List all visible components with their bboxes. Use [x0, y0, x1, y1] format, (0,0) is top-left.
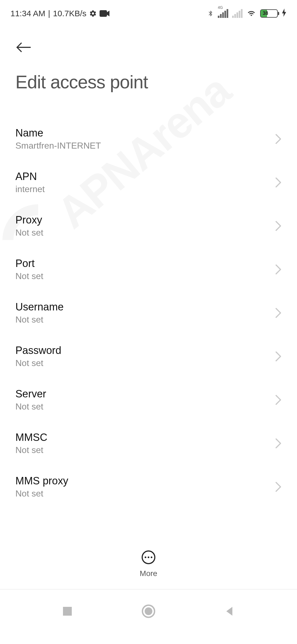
setting-value: Not set [15, 358, 275, 368]
setting-item-name[interactable]: Name Smartfren-INTERNET [15, 117, 282, 161]
setting-value: Not set [15, 271, 275, 281]
chevron-right-icon [275, 351, 282, 362]
chevron-right-icon [275, 307, 282, 318]
back-button[interactable] [15, 39, 31, 56]
signal-strength-1: 4G [218, 9, 228, 18]
setting-label: Port [15, 258, 275, 269]
settings-list: Name Smartfren-INTERNET APN internet Pro… [0, 117, 297, 509]
status-time: 11:34 AM [10, 9, 45, 18]
nav-home-button[interactable] [142, 604, 155, 618]
setting-label: Proxy [15, 214, 275, 226]
status-separator: | [48, 9, 50, 18]
chevron-right-icon [275, 264, 282, 275]
setting-label: Server [15, 388, 275, 400]
more-button[interactable]: More [0, 550, 297, 578]
setting-item-mms-proxy[interactable]: MMS proxy Not set [15, 465, 282, 509]
chevron-right-icon [275, 133, 282, 144]
gear-icon [89, 10, 97, 17]
setting-label: APN [15, 171, 275, 182]
setting-item-port[interactable]: Port Not set [15, 248, 282, 291]
setting-value: Smartfren-INTERNET [15, 141, 275, 151]
battery-percent: 38 [263, 10, 268, 16]
charging-icon [282, 9, 287, 19]
network-type-label: 4G [218, 5, 223, 10]
more-icon [142, 550, 155, 564]
navigation-bar [0, 589, 297, 644]
camera-icon [100, 10, 109, 17]
setting-value: Not set [15, 445, 275, 455]
setting-item-proxy[interactable]: Proxy Not set [15, 204, 282, 248]
more-label: More [140, 569, 157, 578]
setting-label: MMSC [15, 432, 275, 443]
setting-label: Name [15, 127, 275, 139]
setting-item-mmsc[interactable]: MMSC Not set [15, 422, 282, 465]
chevron-right-icon [275, 177, 282, 188]
chevron-right-icon [275, 394, 282, 405]
svg-rect-2 [63, 607, 72, 616]
signal-strength-2 [232, 9, 243, 18]
bluetooth-icon [207, 9, 214, 18]
svg-rect-0 [100, 10, 107, 17]
status-network-speed: 10.7KB/s [53, 9, 87, 18]
battery-icon: 38 [260, 9, 278, 18]
setting-item-username[interactable]: Username Not set [15, 291, 282, 335]
setting-label: Username [15, 301, 275, 313]
setting-value: Not set [15, 402, 275, 412]
chevron-right-icon [275, 220, 282, 231]
chevron-right-icon [275, 438, 282, 449]
setting-value: Not set [15, 228, 275, 238]
setting-label: Password [15, 345, 275, 356]
setting-item-apn[interactable]: APN internet [15, 161, 282, 204]
setting-label: MMS proxy [15, 475, 275, 487]
setting-item-password[interactable]: Password Not set [15, 335, 282, 378]
svg-point-4 [145, 607, 152, 615]
nav-back-button[interactable] [224, 606, 235, 617]
chevron-right-icon [275, 481, 282, 492]
nav-recent-apps-button[interactable] [62, 606, 73, 617]
setting-value: Not set [15, 489, 275, 499]
setting-value: Not set [15, 315, 275, 325]
wifi-icon [246, 10, 256, 17]
page-title: Edit access point [15, 72, 282, 92]
setting-value: internet [15, 184, 275, 194]
setting-item-server[interactable]: Server Not set [15, 378, 282, 422]
status-bar: 11:34 AM | 10.7KB/s 4G [0, 0, 297, 22]
